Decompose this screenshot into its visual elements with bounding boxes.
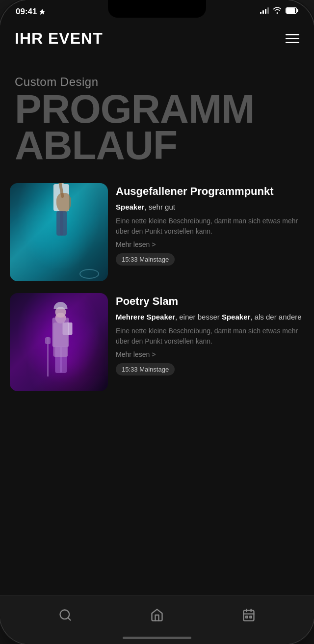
program-info-2: Poetry Slam Mehrere Speaker, einer besse…: [116, 293, 304, 376]
status-icons: [260, 7, 298, 14]
speaker-text-2b: , als der andere: [250, 313, 301, 321]
calendar-icon: [242, 608, 256, 622]
program-item: Ausgefallener Programmpunkt Speaker, seh…: [10, 183, 304, 281]
menu-line-2: [286, 38, 299, 39]
program-badge-2: 15:33 Mainstage: [116, 363, 175, 376]
menu-line-1: [286, 34, 299, 35]
signal-icon: [260, 7, 269, 14]
nav-search[interactable]: [49, 604, 82, 626]
hero-section: Custom Design PROGRAMMABLAUF: [0, 55, 314, 178]
program-description-2: Eine nette kleine Beschreibung, damit ma…: [116, 326, 304, 347]
program-description-1: Eine nette kleine Beschreibung, damit ma…: [116, 216, 304, 237]
speaker-bold-2b: Speaker: [222, 313, 250, 321]
svg-rect-13: [250, 616, 251, 618]
svg-rect-5: [287, 8, 295, 12]
phone-frame: 09:41: [0, 0, 314, 644]
battery-icon: [286, 7, 298, 14]
time-display: 09:41: [16, 7, 37, 17]
search-icon: [58, 608, 72, 622]
guitar-player: [48, 198, 75, 235]
nav-home[interactable]: [140, 604, 174, 626]
svg-rect-1: [262, 10, 264, 14]
svg-rect-2: [265, 9, 266, 14]
program-item-2: Poetry Slam Mehrere Speaker, einer besse…: [10, 293, 304, 391]
program-image-poetry[interactable]: [10, 293, 108, 391]
location-icon: [39, 9, 45, 15]
hero-title: PROGRAMMABLAUF: [15, 91, 299, 163]
poetry-bg: [10, 293, 108, 391]
speaker-text-2a: , einer besser: [175, 313, 222, 321]
program-title-1: Ausgefallener Programmpunkt: [116, 185, 304, 198]
speaker-bold-2a: Mehrere Speaker: [116, 313, 175, 321]
more-link-1[interactable]: Mehr lesen >: [116, 241, 304, 248]
notch: [108, 0, 206, 18]
speaker-text-1: , sehr gut: [144, 203, 175, 211]
svg-line-7: [68, 617, 71, 620]
svg-rect-8: [243, 610, 254, 620]
guitar-bg: [10, 183, 108, 281]
svg-rect-0: [260, 12, 262, 14]
home-icon: [150, 608, 164, 622]
main-content: Custom Design PROGRAMMABLAUF: [0, 55, 314, 595]
program-image-guitar[interactable]: [10, 183, 108, 281]
screen: 09:41: [0, 0, 314, 644]
menu-line-3: [286, 42, 299, 43]
svg-rect-3: [267, 7, 269, 14]
nav-calendar[interactable]: [232, 604, 265, 626]
status-time: 09:41: [16, 7, 45, 17]
program-badge-1: 15:33 Mainstage: [116, 253, 175, 266]
app-title: IHR EVENT: [15, 29, 103, 48]
mic-stand: [47, 337, 49, 376]
drum-kit: [79, 259, 104, 279]
speaker-bold-1: Speaker: [116, 203, 144, 211]
home-indicator: [123, 637, 191, 639]
more-link-2[interactable]: Mehr lesen >: [116, 350, 304, 358]
program-speaker-1: Speaker, sehr gut: [116, 202, 304, 212]
wifi-icon: [273, 7, 282, 14]
program-speaker-2: Mehrere Speaker, einer besser Speaker, a…: [116, 312, 304, 322]
menu-button[interactable]: [286, 34, 299, 43]
poetry-player: [44, 313, 78, 386]
program-list: Ausgefallener Programmpunkt Speaker, seh…: [0, 178, 314, 408]
program-info-1: Ausgefallener Programmpunkt Speaker, seh…: [116, 183, 304, 266]
svg-rect-12: [246, 616, 248, 618]
program-title-2: Poetry Slam: [116, 295, 304, 308]
